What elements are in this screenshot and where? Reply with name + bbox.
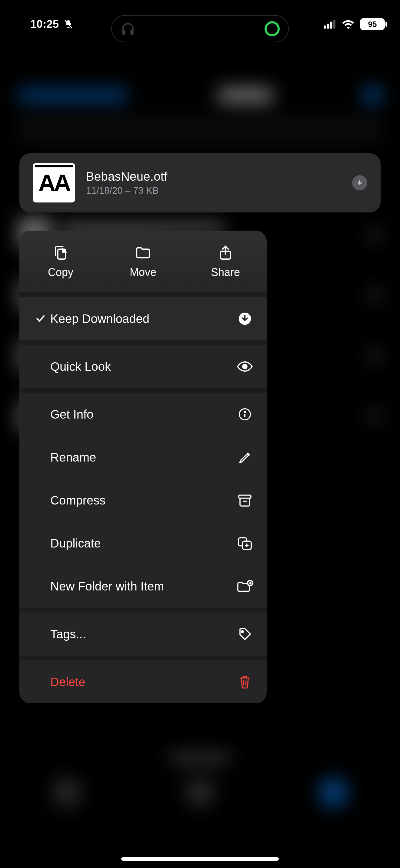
folder-plus-icon <box>236 580 253 593</box>
menu-keep-downloaded[interactable]: Keep Downloaded <box>20 297 267 340</box>
svg-rect-3 <box>330 22 332 29</box>
svg-rect-4 <box>333 20 336 28</box>
menu-delete[interactable]: Delete <box>20 660 267 703</box>
download-circle-icon <box>236 312 253 326</box>
file-subtitle: 11/18/20 – 73 KB <box>86 185 341 196</box>
battery-indicator: 95 <box>360 18 385 30</box>
menu-duplicate[interactable]: Duplicate <box>20 522 267 565</box>
duplicate-icon <box>236 536 253 551</box>
activity-ring-icon <box>264 21 280 36</box>
trash-icon <box>236 675 253 689</box>
share-icon <box>217 244 234 261</box>
wifi-icon <box>342 19 354 29</box>
menu-tags[interactable]: Tags... <box>20 613 267 655</box>
home-indicator[interactable] <box>121 857 279 861</box>
svg-rect-6 <box>130 29 133 35</box>
svg-rect-2 <box>327 24 329 29</box>
context-menu: Copy Move Share Keep Downloaded Quick Lo… <box>20 230 267 703</box>
svg-point-19 <box>241 631 243 632</box>
cellular-icon <box>324 20 336 29</box>
dynamic-island[interactable] <box>111 15 289 42</box>
move-button[interactable]: Move <box>102 230 184 292</box>
menu-rename[interactable]: Rename <box>20 436 267 479</box>
file-preview-card[interactable]: AA BebasNeue.otf 11/18/20 – 73 KB <box>20 153 380 213</box>
svg-point-12 <box>244 411 246 412</box>
file-thumbnail: AA <box>33 163 75 203</box>
eye-icon <box>236 361 253 373</box>
menu-new-folder[interactable]: New Folder with Item <box>20 565 267 608</box>
download-status-icon <box>352 175 367 190</box>
silent-icon <box>63 19 74 30</box>
svg-point-10 <box>243 364 247 369</box>
tag-icon <box>236 627 253 641</box>
menu-compress[interactable]: Compress <box>20 479 267 522</box>
menu-top-row: Copy Move Share <box>20 230 267 292</box>
status-time: 10:25 <box>30 18 59 31</box>
headphones-icon <box>120 21 136 37</box>
share-button[interactable]: Share <box>184 230 267 292</box>
info-icon <box>236 408 253 421</box>
svg-rect-1 <box>324 25 326 29</box>
file-name: BebasNeue.otf <box>86 170 341 183</box>
folder-icon <box>135 244 151 261</box>
menu-quick-look[interactable]: Quick Look <box>20 345 267 388</box>
svg-rect-13 <box>239 495 251 498</box>
copy-button[interactable]: Copy <box>20 230 102 292</box>
svg-rect-5 <box>122 29 125 35</box>
checkmark-icon <box>33 313 48 324</box>
menu-get-info[interactable]: Get Info <box>20 393 267 436</box>
copy-icon <box>52 244 69 261</box>
archive-icon <box>236 494 253 507</box>
pencil-icon <box>236 451 253 464</box>
